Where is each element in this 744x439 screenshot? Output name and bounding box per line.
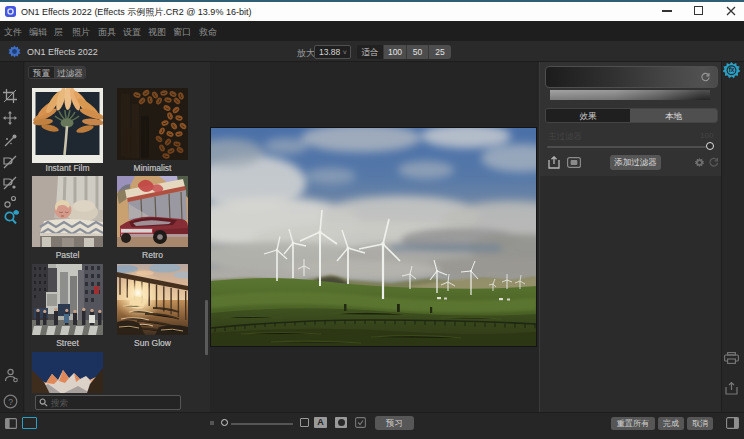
svg-text:?: ? (8, 397, 13, 407)
svg-text:fx: fx (729, 66, 735, 73)
